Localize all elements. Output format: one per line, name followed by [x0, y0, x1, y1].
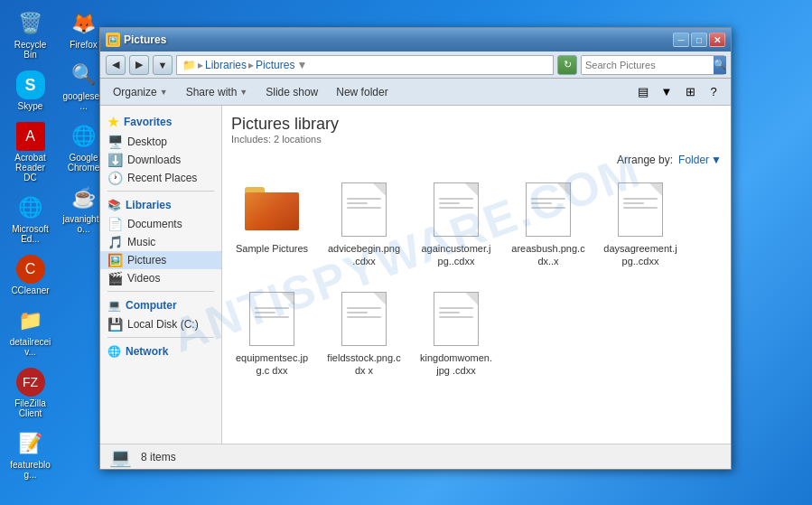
- chrome-label: Google Chrome: [62, 153, 105, 173]
- file-item-areasbush[interactable]: areasbush.png.cdx..x: [508, 175, 589, 274]
- recent-icon: 🕐: [107, 171, 123, 185]
- file-name-areasbush: areasbush.png.cdx..x: [511, 242, 585, 268]
- sidebar-item-music[interactable]: 🎵 Music: [100, 233, 221, 251]
- slideshow-button[interactable]: Slide show: [260, 84, 323, 100]
- desktop-icon-featureblog[interactable]: 📝 featureblog...: [5, 426, 55, 483]
- desktop-icon-detail[interactable]: 📁 detailreceiv...: [5, 303, 55, 360]
- desktop-icon-acrobat[interactable]: A Acrobat Reader DC: [5, 118, 55, 186]
- desktop-icon-skype[interactable]: S Skype: [5, 67, 55, 115]
- sidebar-favorites-header[interactable]: ★ Favorites: [100, 111, 221, 133]
- file-item-kingdomwomen[interactable]: kingdomwomen.jpg .cdxx: [415, 285, 497, 383]
- sidebar-computer-header[interactable]: 💻 Computer: [100, 295, 221, 315]
- refresh-button[interactable]: ↻: [557, 55, 577, 75]
- recycle-bin-icon: 🗑️: [16, 9, 45, 38]
- detail-icon: 📁: [16, 306, 45, 335]
- down-arrow-button[interactable]: ▼: [153, 55, 173, 75]
- folder-icon-sample: [243, 181, 301, 238]
- doc-line-4: [439, 198, 473, 200]
- address-path[interactable]: 📁 ▸ Libraries ▸ Pictures ▼: [176, 55, 554, 75]
- sidebar-libraries-section: 📚 Libraries 📄 Documents 🎵 Music 🖼️ Pictu…: [100, 195, 221, 287]
- close-button[interactable]: ✕: [709, 33, 725, 47]
- doc-line-9: [531, 207, 565, 209]
- sidebar-network-section: 🌐 Network: [100, 341, 221, 361]
- file-item-daysagreement[interactable]: daysagreement.jpg..cdxx: [600, 175, 681, 274]
- sidebar-item-local-disk[interactable]: 💾 Local Disk (C:): [100, 315, 221, 333]
- arrange-value[interactable]: Folder ▼: [678, 154, 722, 166]
- forward-button[interactable]: ▶: [129, 55, 149, 75]
- organize-arrow-icon: ▼: [160, 88, 168, 97]
- status-item-count: 8 items: [141, 451, 176, 463]
- featureblog-label: featureblog...: [9, 460, 51, 480]
- sidebar-item-recent[interactable]: 🕐 Recent Places: [100, 169, 221, 187]
- sidebar-item-documents[interactable]: 📄 Documents: [100, 215, 221, 233]
- desktop-icon-filezilla[interactable]: FZ FileZilla Client: [5, 364, 55, 422]
- desktop-icon-recycle-bin[interactable]: 🗑️ Recycle Bin: [5, 5, 55, 63]
- doc-icon-fieldsstock: [335, 290, 393, 348]
- view-options-button[interactable]: ▼: [657, 82, 677, 102]
- pictures-label: Pictures: [127, 254, 166, 267]
- pictures-nav-icon: 🖼️: [107, 253, 123, 267]
- title-bar-buttons: ─ □ ✕: [673, 33, 725, 47]
- ccleaner-icon: C: [16, 255, 45, 284]
- address-bar: ◀ ▶ ▼ 📁 ▸ Libraries ▸ Pictures ▼ ↻ 🔍: [100, 51, 731, 79]
- search-input[interactable]: [582, 60, 714, 70]
- recent-label: Recent Places: [127, 172, 197, 184]
- view-list-button[interactable]: ▤: [633, 82, 653, 102]
- favorites-label: Favorites: [124, 116, 172, 128]
- desktop-icon-ccleaner[interactable]: C CCleaner: [5, 251, 55, 299]
- java-icon: ☕: [70, 183, 98, 212]
- doc-shape-kingdomwomen: [434, 292, 479, 346]
- help-button[interactable]: ?: [704, 82, 723, 102]
- library-title: Pictures library: [231, 115, 722, 134]
- doc-line-7: [531, 198, 565, 200]
- doc-line-10: [623, 198, 658, 200]
- arrange-label: Arrange by:: [617, 154, 673, 166]
- chrome-icon: 🌐: [70, 122, 98, 151]
- main-content: ★ Favorites 🖥️ Desktop ⬇️ Downloads 🕐 Re…: [100, 106, 731, 444]
- file-item-againcustomer[interactable]: againcustomer.jpg..cdxx: [415, 175, 497, 274]
- maximize-button[interactable]: □: [691, 33, 707, 47]
- sidebar-item-downloads[interactable]: ⬇️ Downloads: [100, 151, 221, 169]
- view-grid-button[interactable]: ⊞: [680, 82, 700, 102]
- path-libraries[interactable]: Libraries: [205, 59, 247, 71]
- path-pictures[interactable]: Pictures: [256, 59, 294, 71]
- file-item-fieldsstock[interactable]: fieldsstock.png.cdx x: [323, 285, 405, 383]
- file-item-sample-pictures[interactable]: Sample Pictures: [231, 175, 313, 274]
- file-grid: Sample Pictures: [231, 175, 722, 382]
- doc-icon-daysagreement: [611, 181, 669, 238]
- detail-label: detailreceiv...: [9, 337, 51, 357]
- doc-line-20: [439, 312, 460, 313]
- desktop-icon-nav: 🖥️: [107, 135, 123, 149]
- sidebar-libraries-header[interactable]: 📚 Libraries: [100, 195, 221, 215]
- documents-label: Documents: [127, 218, 182, 230]
- msedge-icon: 🌐: [16, 193, 45, 222]
- path-icon: 📁: [182, 59, 196, 71]
- share-button[interactable]: Share with ▼: [181, 84, 254, 100]
- arrange-folder-text: Folder: [678, 154, 709, 166]
- sidebar-item-desktop[interactable]: 🖥️ Desktop: [100, 133, 221, 151]
- folder-body: [245, 192, 299, 230]
- library-subtitle: Includes: 2 locations: [231, 134, 722, 145]
- sidebar-computer-section: 💻 Computer 💾 Local Disk (C:): [100, 295, 221, 333]
- acrobat-icon: A: [16, 122, 45, 151]
- file-item-advicebegin[interactable]: advicebegin.png.cdxx: [323, 175, 405, 274]
- doc-line-21: [439, 316, 473, 318]
- back-button[interactable]: ◀: [106, 55, 126, 75]
- doc-icon-advicebegin: [335, 181, 393, 238]
- minimize-button[interactable]: ─: [673, 33, 689, 47]
- doc-line-12: [623, 207, 658, 209]
- organize-button[interactable]: Organize ▼: [107, 84, 173, 100]
- doc-line-16: [347, 307, 381, 309]
- sidebar-divider-2: [107, 291, 214, 292]
- new-folder-button[interactable]: New folder: [331, 84, 393, 100]
- doc-shape-equipmentsec: [249, 292, 294, 346]
- file-item-equipmentsec[interactable]: equipmentsec.jpg.c dxx: [231, 285, 313, 383]
- slideshow-label: Slide show: [266, 86, 318, 98]
- desktop-icon-msedge[interactable]: 🌐 Microsoft Ed...: [5, 190, 55, 248]
- sidebar-network-header[interactable]: 🌐 Network: [100, 341, 221, 361]
- sidebar-item-pictures[interactable]: 🖼️ Pictures: [100, 251, 221, 269]
- doc-icon-areasbush: [519, 181, 577, 238]
- search-button[interactable]: 🔍: [714, 56, 726, 74]
- sidebar-item-videos[interactable]: 🎬 Videos: [100, 269, 221, 287]
- library-header: Pictures library Includes: 2 locations: [231, 115, 722, 145]
